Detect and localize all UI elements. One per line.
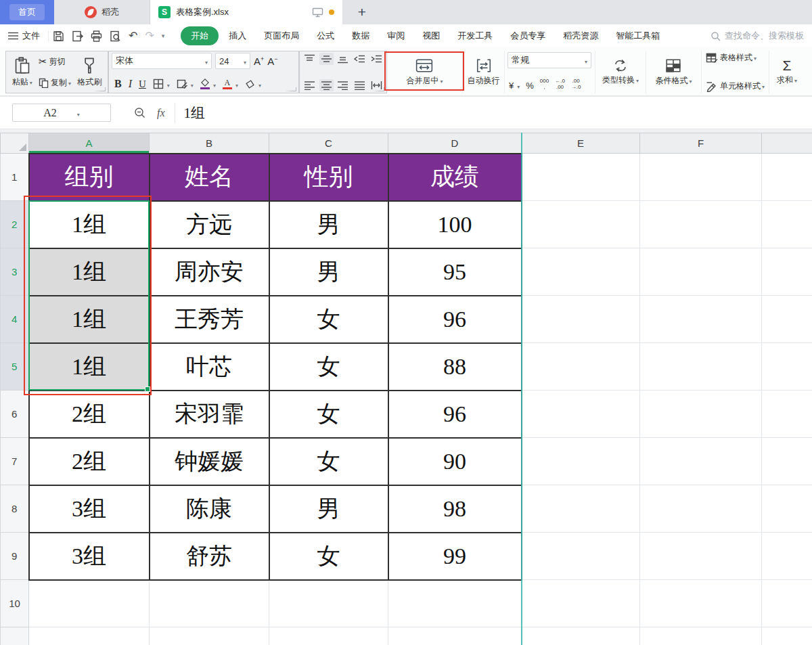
wrap-text-button[interactable]: 自动换行 xyxy=(468,58,500,87)
cell-A1[interactable]: 组别 xyxy=(29,154,150,201)
decrease-indent-button[interactable] xyxy=(353,53,367,65)
zoom-out-formula-icon[interactable] xyxy=(134,107,146,119)
cell-C9[interactable]: 女 xyxy=(269,533,388,580)
justify-button[interactable] xyxy=(353,79,367,91)
select-all-corner[interactable] xyxy=(1,133,29,154)
font-family-select[interactable]: 宋体 xyxy=(112,53,212,69)
fill-color-button[interactable] xyxy=(200,78,216,90)
formula-content[interactable]: 1组 xyxy=(184,104,206,123)
align-middle-button[interactable] xyxy=(319,53,334,65)
table-style-button[interactable]: 表格样式 xyxy=(706,52,766,64)
row-header-8[interactable]: 8 xyxy=(1,485,29,533)
row-header-5[interactable]: 5 xyxy=(1,343,29,391)
cell-A5[interactable]: 1组 xyxy=(29,343,150,391)
cell-C5[interactable]: 女 xyxy=(269,343,388,391)
column-header-D[interactable]: D xyxy=(388,133,522,154)
percent-format-button[interactable]: % xyxy=(526,81,534,91)
cell-F1[interactable] xyxy=(640,154,762,201)
selection-fill-handle[interactable] xyxy=(145,386,150,392)
export-icon[interactable] xyxy=(72,30,83,42)
align-right-button[interactable] xyxy=(336,79,351,91)
cell-shading-button[interactable] xyxy=(177,78,194,90)
paste-button[interactable]: 粘贴 xyxy=(12,57,32,88)
cell-A4[interactable]: 1组 xyxy=(29,296,150,343)
fx-icon[interactable]: fx xyxy=(157,107,165,119)
cut-button[interactable]: ✂ 剪切 xyxy=(39,55,71,68)
type-convert-button[interactable]: 类型转换 xyxy=(602,59,639,86)
align-left-button[interactable] xyxy=(302,79,317,91)
menu-tab-view[interactable]: 视图 xyxy=(415,26,447,45)
borders-button[interactable] xyxy=(153,78,170,90)
row-header-6[interactable]: 6 xyxy=(1,391,29,438)
increase-indent-button[interactable] xyxy=(369,53,384,65)
menu-tab-home[interactable]: 开始 xyxy=(181,26,219,45)
align-bottom-button[interactable] xyxy=(336,53,351,65)
conditional-format-button[interactable]: 条件格式 xyxy=(655,58,692,87)
distribute-button[interactable] xyxy=(369,79,384,91)
cell-A6[interactable]: 2组 xyxy=(29,391,150,438)
cell-D6[interactable]: 96 xyxy=(388,391,522,438)
bold-button[interactable]: B xyxy=(114,78,122,90)
sum-button[interactable]: Σ 求和 xyxy=(777,58,797,86)
increase-font-button[interactable]: A+ xyxy=(254,55,264,67)
cell-style-button[interactable]: 单元格样式 xyxy=(706,81,766,92)
cell-A9[interactable]: 3组 xyxy=(29,533,150,580)
menu-tab-insert[interactable]: 插入 xyxy=(221,26,254,45)
cell-B2[interactable]: 方远 xyxy=(150,201,269,248)
menu-tab-page-layout[interactable]: 页面布局 xyxy=(256,26,307,45)
row-header-9[interactable]: 9 xyxy=(1,533,29,580)
cell-C7[interactable]: 女 xyxy=(269,438,388,485)
cell-D8[interactable]: 98 xyxy=(388,485,522,533)
column-header-F[interactable]: F xyxy=(640,133,762,154)
menu-tab-formulas[interactable]: 公式 xyxy=(309,26,342,45)
menu-tab-membership[interactable]: 会员专享 xyxy=(503,26,553,45)
decrease-font-button[interactable]: A− xyxy=(267,55,277,67)
menu-tab-smart-toolbox[interactable]: 智能工具箱 xyxy=(608,26,667,45)
column-header-G-partial[interactable] xyxy=(762,133,812,154)
undo-icon[interactable]: ↶ xyxy=(129,30,137,41)
copy-button[interactable]: 复制 xyxy=(39,77,71,89)
column-header-C[interactable]: C xyxy=(269,133,388,154)
customize-quick-access-icon[interactable]: ▾ xyxy=(162,32,165,39)
cell-B4[interactable]: 王秀芳 xyxy=(150,296,269,343)
italic-button[interactable]: I xyxy=(129,78,132,90)
docer-tab[interactable]: 稻壳 xyxy=(54,0,150,24)
cell-A3[interactable]: 1组 xyxy=(29,248,150,296)
decrease-decimal-button[interactable]: .00→.0 xyxy=(571,79,581,91)
cell-B5[interactable]: 叶芯 xyxy=(150,343,269,391)
cell-B7[interactable]: 钟媛媛 xyxy=(150,438,269,485)
menu-tab-review[interactable]: 审阅 xyxy=(380,26,412,45)
row-header-2[interactable]: 2 xyxy=(1,201,29,248)
print-icon[interactable] xyxy=(91,30,102,42)
name-box[interactable]: A2 xyxy=(12,104,111,122)
cell-C6[interactable]: 女 xyxy=(269,391,388,438)
file-menu[interactable]: 文件 xyxy=(8,30,48,42)
align-top-button[interactable] xyxy=(302,53,317,65)
cell-A10[interactable] xyxy=(29,580,150,627)
row-header-1[interactable]: 1 xyxy=(1,154,29,201)
cell-D2[interactable]: 100 xyxy=(388,201,522,248)
menu-tab-data[interactable]: 数据 xyxy=(344,26,377,45)
cell-C8[interactable]: 男 xyxy=(269,485,388,533)
new-tab-button[interactable]: + xyxy=(342,0,382,24)
print-preview-icon[interactable] xyxy=(110,30,121,42)
cell-B6[interactable]: 宋羽霏 xyxy=(150,391,269,438)
menu-tab-docer-resources[interactable]: 稻壳资源 xyxy=(556,26,606,45)
column-header-A[interactable]: A xyxy=(29,133,150,154)
merge-center-button[interactable]: 合并居中 xyxy=(406,58,443,87)
increase-decimal-button[interactable]: ←.0.00 xyxy=(555,79,565,91)
redo-icon[interactable]: ↷ xyxy=(145,30,154,41)
cell-D7[interactable]: 90 xyxy=(388,438,522,485)
underline-button[interactable]: U xyxy=(139,79,146,90)
cell-B9[interactable]: 舒苏 xyxy=(150,533,269,580)
cell-B3[interactable]: 周亦安 xyxy=(150,248,269,296)
cell-D5[interactable]: 88 xyxy=(388,343,522,391)
cell-B1[interactable]: 姓名 xyxy=(150,154,269,201)
row-header-7[interactable]: 7 xyxy=(1,438,29,485)
cell-A8[interactable]: 3组 xyxy=(29,485,150,533)
format-painter-button[interactable]: 格式刷 xyxy=(77,57,102,88)
currency-format-button[interactable]: ¥ xyxy=(509,81,520,91)
cell-A2-active[interactable]: 1组 xyxy=(29,201,150,248)
column-header-B[interactable]: B xyxy=(150,133,269,154)
home-tab[interactable]: 首页 xyxy=(0,0,54,24)
